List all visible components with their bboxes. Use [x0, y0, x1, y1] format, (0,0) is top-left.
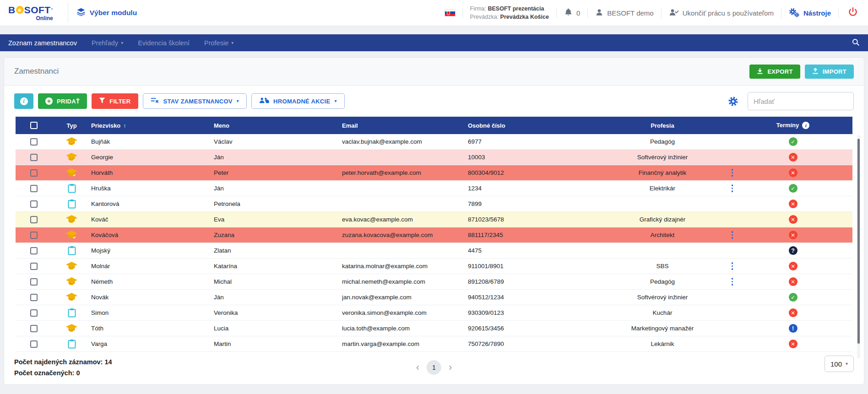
row-menu-icon[interactable]	[729, 230, 736, 240]
cell-meno: Václav	[214, 138, 342, 145]
terminy-info-icon[interactable]: i	[802, 122, 809, 129]
table-row[interactable]: TóthLucialucia.toth@example.com920615/34…	[16, 321, 852, 336]
chevron-down-icon: ▾	[846, 362, 848, 366]
column-header-priezvisko[interactable]: Priezvisko↑	[91, 122, 214, 129]
end-user-session-button[interactable]: Ukončiť prácu s používateľom	[669, 8, 774, 18]
download-icon	[757, 68, 763, 76]
row-checkbox[interactable]	[30, 216, 38, 223]
column-header-meno[interactable]: Meno	[214, 122, 342, 129]
termin-status-icon[interactable]: ✕	[789, 215, 797, 224]
table-settings-gear-icon[interactable]	[728, 96, 738, 107]
cell-profesia: Softvérový inžinier	[605, 154, 720, 161]
termin-status-icon[interactable]: !	[789, 324, 797, 333]
import-button[interactable]: IMPORT	[805, 65, 854, 79]
page-size-dropdown[interactable]: 100 ▾	[825, 356, 854, 372]
row-menu-icon[interactable]	[729, 276, 736, 287]
info-button[interactable]: i	[14, 93, 33, 109]
row-menu-icon[interactable]	[729, 261, 736, 271]
export-button[interactable]: EXPORT	[749, 65, 800, 79]
termin-status-icon[interactable]: ?	[789, 246, 797, 255]
module-picker-button[interactable]: Výber modulu	[76, 7, 137, 18]
table-row[interactable]: KováčováZuzanazuzana.kovacova@example.co…	[16, 227, 852, 243]
filter-button[interactable]: FILTER	[92, 93, 138, 109]
nav-search-button[interactable]	[845, 38, 866, 48]
termin-status-icon[interactable]: ✓	[789, 293, 797, 302]
previous-page-button[interactable]: ‹	[416, 362, 419, 372]
nav-item-evidencia-skoleni[interactable]: Evidencia školení	[131, 36, 196, 50]
column-header-typ[interactable]: Typ	[52, 122, 91, 129]
table-row[interactable]: GeorgieJán10003Softvérový inžinier✕	[16, 150, 852, 165]
termin-status-icon[interactable]: ✓	[789, 137, 797, 146]
table-scrollbar-track[interactable]	[857, 135, 860, 358]
row-menu-icon[interactable]	[729, 167, 736, 178]
row-checkbox[interactable]	[30, 200, 38, 208]
table-row[interactable]: SimonVeronikaveronika.simon@example.com9…	[16, 305, 852, 321]
table-row[interactable]: NovákJánjan.novak@example.com940512/1234…	[16, 290, 852, 305]
row-checkbox[interactable]	[30, 232, 38, 239]
select-all-checkbox[interactable]	[30, 122, 38, 129]
column-header-terminy[interactable]: Termínyi	[745, 122, 841, 129]
row-checkbox[interactable]	[30, 340, 38, 348]
termin-status-icon[interactable]: ✕	[789, 153, 797, 162]
current-user-button[interactable]: BESOFT demo	[595, 8, 653, 18]
table-row[interactable]: NémethMichalmichal.nemeth@example.com891…	[16, 274, 852, 290]
employee-state-label: STAV ZAMESTNANCOV	[163, 98, 233, 105]
row-checkbox[interactable]	[30, 154, 38, 161]
company-info: Firma: BESOFT prezentácia Prevádzka: Pre…	[470, 5, 549, 21]
column-header-email[interactable]: Email	[342, 122, 468, 129]
row-checkbox[interactable]	[30, 294, 38, 301]
column-header-profesia[interactable]: Profesia	[605, 122, 720, 129]
search-input[interactable]	[748, 92, 854, 110]
company-value: BESOFT prezentácia	[488, 5, 544, 12]
termin-status-icon[interactable]: ✕	[789, 262, 797, 270]
add-employee-button[interactable]: + PRIDAŤ	[38, 93, 87, 109]
nav-item-profesie[interactable]: Profesie▾	[198, 36, 240, 50]
table-row[interactable]: MolnárKatarínakatarina.molnar@example.co…	[16, 259, 852, 274]
notifications-count: 0	[576, 9, 580, 17]
termin-status-icon[interactable]: ✕	[789, 277, 797, 286]
next-page-button[interactable]: ›	[449, 362, 452, 372]
row-menu-icon[interactable]	[729, 183, 736, 194]
upload-icon	[812, 68, 819, 76]
cell-osobne-cislo: 4475	[468, 247, 605, 254]
notifications-button[interactable]: 0	[564, 8, 580, 18]
row-checkbox[interactable]	[30, 325, 38, 332]
table-scrollbar-thumb[interactable]	[857, 139, 860, 344]
row-checkbox[interactable]	[30, 185, 38, 192]
cell-profesia: Lekárnik	[605, 340, 720, 347]
termin-status-icon[interactable]: ✓	[789, 184, 797, 193]
termin-status-icon[interactable]: ✕	[789, 340, 797, 348]
sort-ascending-icon: ↑	[123, 122, 126, 129]
nav-item-prehlady[interactable]: Prehľady▾	[85, 36, 130, 50]
table-row[interactable]: HorváthPeterpeter.horvath@example.com800…	[16, 165, 852, 181]
table-row[interactable]: KováčEvaeva.kovac@example.com871023/5678…	[16, 212, 852, 227]
termin-status-icon[interactable]: ✕	[789, 200, 797, 208]
current-page-button[interactable]: 1	[427, 360, 441, 375]
user-icon	[595, 8, 603, 18]
row-checkbox[interactable]	[30, 278, 38, 286]
table-row[interactable]: KantorováPetronela7899✕	[16, 196, 852, 212]
row-checkbox[interactable]	[30, 309, 38, 317]
bulk-actions-dropdown[interactable]: HROMADNÉ AKCIE ▾	[251, 93, 345, 109]
tools-button[interactable]: Nástroje	[789, 8, 831, 18]
table-row[interactable]: MojskýZlatan4475?	[16, 243, 852, 259]
end-user-session-label: Ukončiť prácu s používateľom	[683, 9, 774, 17]
language-flag-slovak[interactable]	[445, 10, 455, 16]
row-checkbox[interactable]	[30, 263, 38, 270]
table-row[interactable]: HruškaJán1234Elektrikár✓	[16, 181, 852, 196]
employee-state-dropdown[interactable]: STAV ZAMESTNANCOV ▾	[143, 93, 247, 109]
row-checkbox[interactable]	[30, 138, 38, 146]
nav-item-zoznam-zamestnancov[interactable]: Zoznam zamestnancov	[2, 36, 83, 50]
row-checkbox[interactable]	[30, 247, 38, 254]
besoft-logo[interactable]: BeSOFT° Online	[8, 5, 60, 21]
cell-osobne-cislo: 10003	[468, 154, 605, 161]
row-checkbox[interactable]	[30, 169, 38, 177]
table-row[interactable]: BujňákVáclavvaclav.bujnak@example.com697…	[16, 134, 852, 150]
column-header-osobne-cislo[interactable]: Osobné číslo	[468, 122, 605, 129]
termin-status-icon[interactable]: ✕	[789, 308, 797, 317]
table-row[interactable]: VargaMartinmartin.varga@example.com75072…	[16, 336, 852, 352]
cell-priezvisko: Kantorová	[91, 200, 214, 207]
logout-power-button[interactable]	[846, 5, 860, 21]
termin-status-icon[interactable]: ✕	[789, 168, 797, 177]
termin-status-icon[interactable]: ✕	[789, 231, 797, 239]
